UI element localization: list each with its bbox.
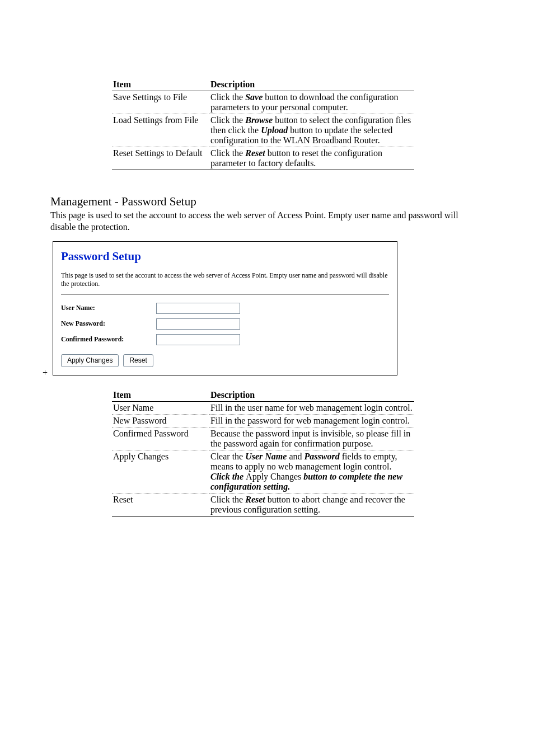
- row-username: User Name:: [61, 303, 389, 314]
- item-cell: Load Settings from File: [112, 114, 209, 147]
- item-cell: Save Settings to File: [112, 91, 209, 114]
- plus-mark: +: [43, 368, 48, 378]
- password-fields-table: Item Description User NameFill in the us…: [112, 389, 414, 516]
- table-row: Save Settings to FileClick the Save butt…: [112, 91, 414, 114]
- settings-file-table: Item Description Save Settings to FileCl…: [112, 78, 414, 170]
- desc-cell: Click the Reset button to abort change a…: [209, 493, 414, 516]
- table2-header-item: Item: [112, 389, 209, 402]
- page: Item Description Save Settings to FileCl…: [0, 0, 534, 550]
- desc-cell: Fill in the user name for web management…: [209, 401, 414, 414]
- desc-cell: Click the Browse button to select the co…: [209, 114, 414, 147]
- table1-header-desc: Description: [209, 78, 414, 91]
- input-username[interactable]: [156, 303, 240, 314]
- reset-button[interactable]: Reset: [123, 354, 153, 367]
- desc-cell: Clear the User Name and Password fields …: [209, 450, 414, 493]
- table-row: New PasswordFill in the password for web…: [112, 414, 414, 427]
- section-intro: This page is used to set the account to …: [50, 210, 484, 233]
- item-cell: Reset: [112, 493, 209, 516]
- input-newpass[interactable]: [156, 318, 240, 330]
- section-heading: Management - Password Setup: [50, 195, 484, 209]
- row-confirmed: Confirmed Password:: [61, 334, 389, 345]
- table-row: Load Settings from FileClick the Browse …: [112, 114, 414, 147]
- table-row: Apply ChangesClear the User Name and Pas…: [112, 450, 414, 493]
- label-username: User Name:: [61, 304, 156, 312]
- table-row: Reset Settings to DefaultClick the Reset…: [112, 147, 414, 170]
- table2-body: User NameFill in the user name for web m…: [112, 401, 414, 516]
- table-row: ResetClick the Reset button to abort cha…: [112, 493, 414, 516]
- panel-buttons: Apply Changes Reset: [61, 354, 389, 367]
- desc-cell: Click the Save button to download the co…: [209, 91, 414, 114]
- label-confirmed: Confirmed Password:: [61, 335, 156, 344]
- panel-title: Password Setup: [61, 250, 389, 264]
- input-confirmed[interactable]: [156, 334, 240, 345]
- panel-divider: [61, 294, 389, 295]
- panel-desc: This page is used to set the account to …: [61, 271, 389, 289]
- label-newpass: New Password:: [61, 320, 156, 328]
- table-row: Confirmed PasswordBecause the password i…: [112, 427, 414, 450]
- item-cell: User Name: [112, 401, 209, 414]
- table1-header-item: Item: [112, 78, 209, 91]
- table1-body: Save Settings to FileClick the Save butt…: [112, 91, 414, 170]
- item-cell: New Password: [112, 414, 209, 427]
- item-cell: Confirmed Password: [112, 427, 209, 450]
- desc-cell: Click the Reset button to reset the conf…: [209, 147, 414, 170]
- item-cell: Reset Settings to Default: [112, 147, 209, 170]
- table-row: User NameFill in the user name for web m…: [112, 401, 414, 414]
- desc-cell: Fill in the password for web management …: [209, 414, 414, 427]
- desc-cell: Because the password input is invisible,…: [209, 427, 414, 450]
- password-setup-panel: Password Setup This page is used to set …: [53, 241, 397, 375]
- item-cell: Apply Changes: [112, 450, 209, 493]
- row-newpass: New Password:: [61, 318, 389, 330]
- panel-wrap: + Password Setup This page is used to se…: [50, 241, 484, 375]
- table2-header-desc: Description: [209, 389, 414, 402]
- apply-changes-button[interactable]: Apply Changes: [61, 354, 119, 367]
